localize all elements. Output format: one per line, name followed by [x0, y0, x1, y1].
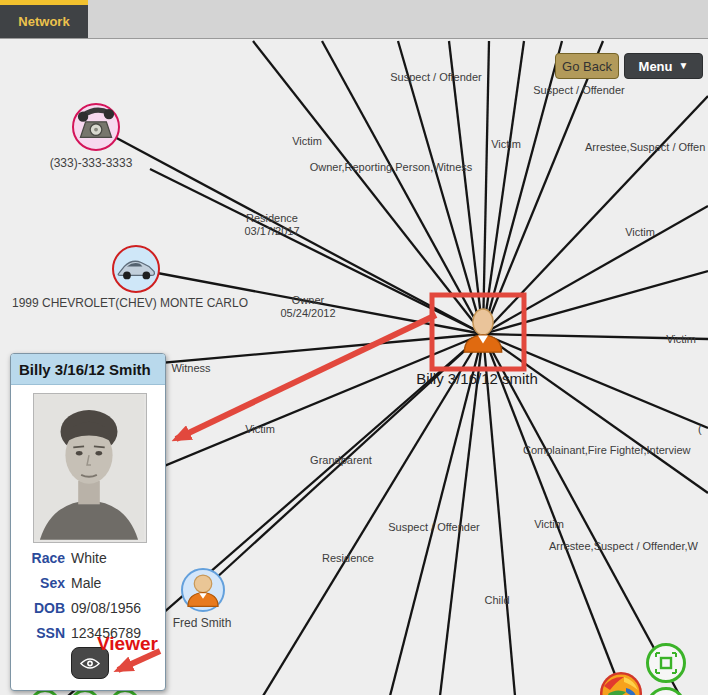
menu-label: Menu — [639, 59, 673, 74]
edge-label: Complainant,Fire Fighter,Interview — [523, 444, 691, 457]
field-value: White — [71, 550, 107, 566]
go-back-label: Go Back — [562, 59, 612, 74]
dropdown-caret-icon: ▼ — [679, 61, 689, 71]
edge-label: Grandparent — [310, 454, 372, 467]
person-icon — [460, 306, 506, 358]
edge-label: Victim — [534, 518, 564, 531]
edge-label: ( — [698, 423, 702, 436]
edge-label: Suspect / Offender — [390, 71, 482, 84]
field-race: Race White — [17, 550, 161, 575]
field-value: 09/08/1956 — [71, 600, 141, 616]
map-node[interactable] — [600, 672, 642, 695]
edge-label: Victim — [245, 423, 275, 436]
edge-label: Child — [484, 594, 509, 607]
eye-icon — [80, 657, 100, 670]
edge-label: Suspect / Offender — [533, 84, 625, 97]
go-back-button[interactable]: Go Back — [555, 53, 619, 79]
fred-node-label: Fred Smith — [173, 616, 232, 630]
center-node-label: Billy 3/16/12 smith — [416, 370, 538, 387]
tab-label: Network — [18, 14, 69, 29]
field-label: SSN — [17, 625, 65, 641]
network-canvas[interactable]: Suspect / OffenderSuspect / OffenderVict… — [0, 38, 708, 695]
tab-bar: Network — [0, 0, 708, 38]
vehicle-node-label: 1999 CHEVROLET(CHEV) MONTE CARLO — [12, 296, 248, 310]
popup-title: Billy 3/16/12 Smith — [11, 354, 165, 385]
tab-network[interactable]: Network — [0, 0, 88, 38]
edge-label: Residence — [322, 552, 374, 565]
edge-label: Victim — [292, 135, 322, 148]
graph-world: Suspect / OffenderSuspect / OffenderVict… — [0, 38, 708, 695]
app-window: Network Suspect / OffenderSuspect / Offe… — [0, 0, 708, 695]
zoom-control-button[interactable] — [646, 687, 686, 695]
pointer-arrow — [176, 315, 436, 439]
viewer-annotation-label: Viewer — [97, 633, 158, 655]
center-node[interactable] — [460, 306, 506, 358]
edge-label: Residence03/17/2017 — [244, 212, 299, 238]
edge-label: Suspect / Offender — [388, 521, 480, 534]
fred-node[interactable] — [181, 568, 225, 612]
fit-screen-button[interactable] — [646, 643, 686, 683]
edge-label: Witness — [171, 362, 210, 375]
portrait-photo — [33, 393, 147, 543]
person-icon — [183, 570, 223, 610]
field-label: Sex — [17, 575, 65, 591]
edge-label: Owner,Reporting Person,Witness — [310, 161, 473, 174]
edge-label: Owner05/24/2012 — [280, 294, 335, 320]
edge-label: Victim — [491, 138, 521, 151]
phone-icon — [74, 105, 118, 149]
portrait-image — [34, 394, 144, 540]
vehicle-node[interactable] — [112, 245, 160, 293]
edge-label: Victim — [666, 333, 696, 346]
field-value: Male — [71, 575, 101, 591]
phone-node-label: (333)-333-3333 — [50, 156, 133, 170]
field-dob: DOB 09/08/1956 — [17, 600, 161, 625]
field-label: DOB — [17, 600, 65, 616]
edge-label: Victim — [625, 226, 655, 239]
edge-label: Arrestee,Suspect / Offen — [585, 141, 705, 154]
field-label: Race — [17, 550, 65, 566]
edge-label: Arrestee,Suspect / Offender,W — [549, 540, 698, 553]
map-icon — [600, 672, 642, 695]
menu-button[interactable]: Menu ▼ — [624, 53, 703, 79]
fit-screen-icon — [654, 651, 678, 675]
phone-node[interactable] — [72, 103, 120, 151]
car-icon — [114, 247, 158, 291]
field-sex: Sex Male — [17, 575, 161, 600]
